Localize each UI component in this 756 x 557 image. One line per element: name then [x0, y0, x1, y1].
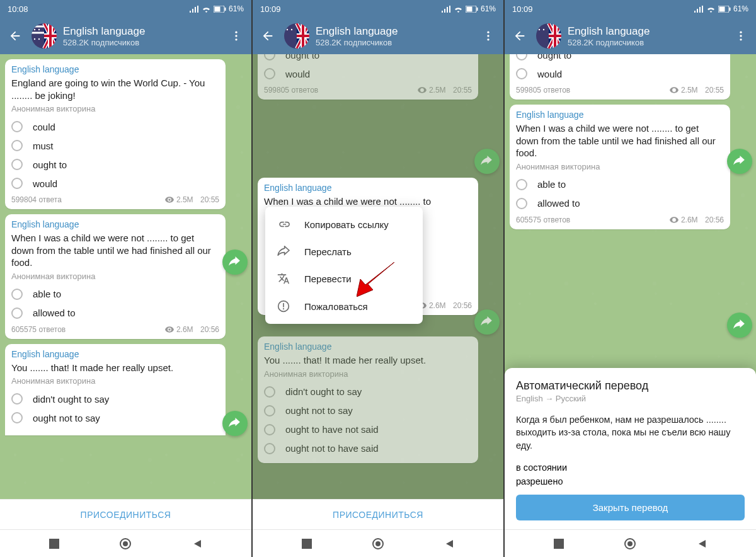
option-label: would	[33, 178, 57, 189]
header-title-block[interactable]: English language 528.2K подписчиков	[63, 25, 226, 47]
chat-header: English language 528.2K подписчиков	[253, 18, 503, 54]
poll-type-label: Анонимная викторина	[11, 376, 219, 386]
status-icons: 61%	[694, 4, 748, 13]
svg-point-38	[539, 29, 540, 30]
poll-message-1[interactable]: English language England are going to wi…	[5, 59, 226, 209]
signal-icon	[694, 6, 704, 13]
poll-option[interactable]: must	[11, 136, 219, 155]
poll-option[interactable]: would	[11, 174, 219, 193]
ctx-report[interactable]: Пожаловаться	[265, 292, 423, 320]
answers-count: 599804 ответа	[11, 195, 62, 204]
msg-time: 20:56	[200, 325, 219, 334]
share-icon	[733, 156, 746, 167]
share-button[interactable]	[474, 149, 500, 174]
poll-message-2[interactable]: English language When I was a child we w…	[510, 105, 730, 229]
share-icon	[481, 316, 493, 328]
poll-message-1[interactable]: could must ought to would 599805 ответов…	[510, 54, 730, 100]
translated-option: в состоянии	[516, 461, 745, 474]
status-bar: 10:09 61%	[505, 0, 756, 18]
battery-pct: 61%	[481, 4, 496, 13]
svg-point-29	[283, 308, 284, 309]
channel-subtitle: 528.2K подписчиков	[568, 38, 731, 47]
flag-icon	[536, 23, 561, 49]
svg-rect-28	[283, 303, 284, 307]
poll-option[interactable]: allowed to	[11, 304, 219, 323]
poll-option[interactable]: allowed to	[516, 194, 724, 213]
poll-message-3[interactable]: English language You ....... that! It ma…	[5, 344, 226, 435]
option-label: able to	[33, 289, 61, 299]
more-options-button[interactable]	[731, 30, 751, 42]
nav-back-icon[interactable]	[192, 539, 202, 549]
nav-recent-icon[interactable]	[49, 539, 59, 549]
ctx-forward[interactable]: Переслать	[265, 238, 423, 265]
back-button[interactable]	[510, 29, 530, 43]
more-options-button[interactable]	[226, 30, 246, 42]
poll-option[interactable]: could	[11, 117, 219, 136]
poll-option[interactable]: ought to	[11, 155, 219, 174]
nav-back-icon[interactable]	[444, 539, 454, 549]
back-button[interactable]	[258, 29, 278, 43]
eye-icon	[165, 326, 174, 333]
chat-area: could must ought to would 599805 ответов…	[253, 54, 503, 499]
poll-option[interactable]: able to	[11, 285, 219, 304]
channel-avatar[interactable]	[284, 23, 309, 49]
sender-name: English language	[11, 349, 219, 359]
ctx-translate[interactable]: Перевести	[265, 265, 423, 292]
radio-icon	[11, 159, 23, 170]
radio-icon	[11, 121, 23, 132]
poll-option[interactable]: ought to	[516, 54, 724, 64]
chat-area: could must ought to would 599805 ответов…	[505, 54, 756, 529]
option-label: would	[537, 69, 562, 79]
translation-panel: Автоматический перевод English → Русский…	[505, 368, 756, 529]
share-button[interactable]	[222, 411, 248, 436]
poll-question: England are going to win the World Cup. …	[11, 77, 219, 101]
svg-point-11	[235, 35, 237, 37]
ctx-copy-link[interactable]: Копировать ссылку	[265, 210, 423, 238]
poll-footer: 599805 ответов 2.5M 20:55	[516, 86, 724, 95]
svg-point-15	[123, 541, 128, 546]
nav-home-icon[interactable]	[624, 538, 636, 549]
share-button[interactable]	[727, 149, 752, 174]
msg-time: 20:56	[705, 215, 724, 224]
option-label: ought not to say	[33, 413, 100, 423]
poll-option[interactable]: would	[516, 64, 724, 83]
answers-count: 605575 ответов	[516, 215, 570, 224]
poll-footer: 605575 ответов 2.6M 20:56	[516, 215, 724, 224]
radio-icon	[11, 412, 23, 423]
nav-home-icon[interactable]	[120, 538, 131, 549]
nav-recent-icon[interactable]	[554, 539, 564, 549]
channel-avatar[interactable]	[536, 23, 561, 49]
poll-option[interactable]: didn't ought to say	[11, 389, 219, 408]
msg-time: 20:56	[453, 301, 472, 310]
header-title-block[interactable]: English language 528.2K подписчиков	[568, 25, 731, 47]
share-button[interactable]	[474, 309, 500, 335]
wifi-icon	[706, 6, 716, 13]
views-count: 2.6M	[429, 301, 446, 310]
option-label: able to	[537, 179, 566, 190]
join-button[interactable]: ПРИСОЕДИНИТЬСЯ	[253, 499, 503, 529]
more-options-button[interactable]	[478, 30, 498, 42]
sender-name: English language	[516, 110, 724, 120]
svg-rect-2	[224, 8, 226, 11]
system-nav-bar	[0, 529, 251, 557]
nav-back-icon[interactable]	[697, 539, 707, 549]
close-translation-button[interactable]: Закрыть перевод	[516, 495, 745, 520]
share-button[interactable]	[727, 313, 752, 338]
nav-home-icon[interactable]	[372, 538, 384, 549]
channel-avatar[interactable]	[32, 23, 57, 49]
svg-rect-34	[719, 6, 724, 11]
back-button[interactable]	[5, 29, 25, 43]
more-vert-icon	[482, 30, 495, 42]
nav-recent-icon[interactable]	[302, 539, 312, 549]
views-count: 2.5M	[176, 195, 193, 204]
radio-icon	[11, 140, 23, 151]
header-title-block[interactable]: English language 528.2K подписчиков	[316, 25, 478, 47]
poll-question: When I was a child we were not ........ …	[11, 232, 219, 269]
join-button[interactable]: ПРИСОЕДИНИТЬСЯ	[0, 499, 251, 529]
channel-subtitle: 528.2K подписчиков	[316, 38, 478, 47]
poll-message-2[interactable]: English language When I was a child we w…	[5, 214, 226, 339]
poll-option[interactable]: able to	[516, 175, 724, 194]
poll-option[interactable]: ought not to say	[11, 408, 219, 427]
option-label: didn't ought to say	[33, 394, 109, 405]
share-button[interactable]	[222, 250, 248, 275]
